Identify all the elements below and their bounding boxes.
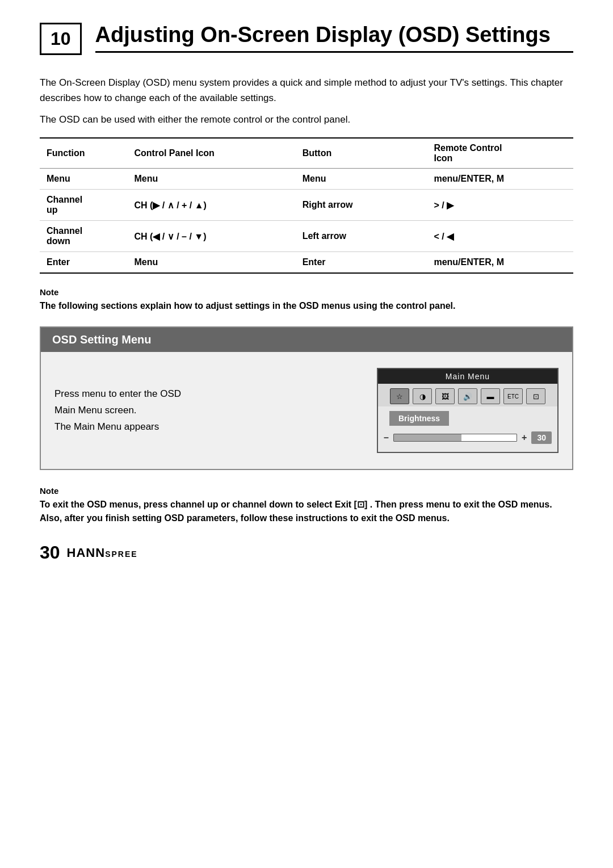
table-header-function: Function xyxy=(40,138,128,169)
note-exit-icon: [⊡] xyxy=(354,500,368,509)
table-cell-function: Enter xyxy=(40,252,128,274)
table-cell-control: CH (◀ / ∨ / – / ▼) xyxy=(128,221,296,252)
slider-track xyxy=(393,434,517,442)
page-number: 30 xyxy=(40,542,60,563)
table-cell-remote: > / ▶ xyxy=(427,190,573,221)
screen-icon-picture: 🖼 xyxy=(435,388,455,404)
note-label-2: Note xyxy=(40,486,573,496)
table-cell-button: Menu xyxy=(296,169,427,190)
note-label-1: Note xyxy=(40,287,573,297)
note-text-2-part1: To exit the OSD menus, press channel up … xyxy=(40,500,351,509)
osd-control-table: Function Control Panel Icon Button Remot… xyxy=(40,137,573,274)
slider-plus-icon: + xyxy=(522,433,527,443)
table-cell-function: Channeldown xyxy=(40,221,128,252)
table-cell-control: Menu xyxy=(128,169,296,190)
screen-icons-row: ☆ ◑ 🖼 🔊 ▬ ETC ⊡ xyxy=(378,384,557,406)
screen-icon-sound: 🔊 xyxy=(458,388,477,404)
slider-fill xyxy=(394,434,461,441)
table-cell-function: Channelup xyxy=(40,190,128,221)
slider-value: 30 xyxy=(531,431,552,444)
note-block-1: Note The following sections explain how … xyxy=(40,287,573,313)
brightness-section: Brightness xyxy=(378,406,557,431)
note-text-1: The following sections explain how to ad… xyxy=(40,301,456,311)
page-header: 10 Adjusting On-Screen Display (OSD) Set… xyxy=(40,23,573,55)
osd-menu-box: OSD Setting Menu Press menu to enter the… xyxy=(40,326,573,470)
chapter-number: 10 xyxy=(40,23,82,55)
osd-menu-line1: Press menu to enter the OSD xyxy=(54,388,181,399)
osd-menu-line3: The Main Menu appears xyxy=(54,421,159,432)
osd-menu-content: Press menu to enter the OSD Main Menu sc… xyxy=(41,352,572,469)
table-cell-remote: menu/ENTER, M xyxy=(427,252,573,274)
table-row: Enter Menu Enter menu/ENTER, M xyxy=(40,252,573,274)
screen-icon-channel: ▬ xyxy=(481,388,500,404)
table-cell-control: CH (▶ / ∧ / + / ▲) xyxy=(128,190,296,221)
osd-menu-header: OSD Setting Menu xyxy=(41,328,572,352)
screen-icon-brightness: ☆ xyxy=(390,388,409,404)
chapter-title: Adjusting On-Screen Display (OSD) Settin… xyxy=(95,23,573,53)
intro-text: The On-Screen Display (OSD) menu system … xyxy=(40,76,573,127)
osd-screen-mockup: Main Menu ☆ ◑ 🖼 🔊 ▬ ETC ⊡ Brightness – +… xyxy=(377,368,559,453)
osd-menu-description: Press menu to enter the OSD Main Menu sc… xyxy=(54,386,360,435)
screen-icon-extra: ⊡ xyxy=(526,388,545,404)
screen-icon-etc: ETC xyxy=(503,388,523,404)
table-header-control: Control Panel Icon xyxy=(128,138,296,169)
table-row: Channelup CH (▶ / ∧ / + / ▲) Right arrow… xyxy=(40,190,573,221)
table-cell-button: Enter xyxy=(296,252,427,274)
table-header-button: Button xyxy=(296,138,427,169)
table-cell-remote: < / ◀ xyxy=(427,221,573,252)
screen-title-bar: Main Menu xyxy=(378,369,557,384)
table-cell-button: Right arrow xyxy=(296,190,427,221)
intro-paragraph-1: The On-Screen Display (OSD) menu system … xyxy=(40,76,573,106)
table-row: Channeldown CH (◀ / ∨ / – / ▼) Left arro… xyxy=(40,221,573,252)
intro-paragraph-2: The OSD can be used with either the remo… xyxy=(40,112,573,127)
table-cell-button: Left arrow xyxy=(296,221,427,252)
table-header-remote: Remote ControlIcon xyxy=(427,138,573,169)
screen-icon-contrast: ◑ xyxy=(413,388,432,404)
note-block-2: Note To exit the OSD menus, press channe… xyxy=(40,486,573,525)
slider-minus-icon: – xyxy=(384,433,389,443)
table-cell-control: Menu xyxy=(128,252,296,274)
note-text-2: To exit the OSD menus, press channel up … xyxy=(40,500,552,523)
table-row: Menu Menu Menu menu/ENTER, M xyxy=(40,169,573,190)
brand-name: HANNspree xyxy=(67,546,138,560)
brightness-label: Brightness xyxy=(389,411,449,426)
table-cell-remote: menu/ENTER, M xyxy=(427,169,573,190)
table-cell-function: Menu xyxy=(40,169,128,190)
page-footer: 30 HANNspree xyxy=(40,542,573,563)
brand-suffix: spree xyxy=(105,550,137,559)
brand-caps: HANN xyxy=(67,546,106,560)
slider-row: – + 30 xyxy=(378,431,557,452)
osd-menu-line2: Main Menu screen. xyxy=(54,405,137,416)
